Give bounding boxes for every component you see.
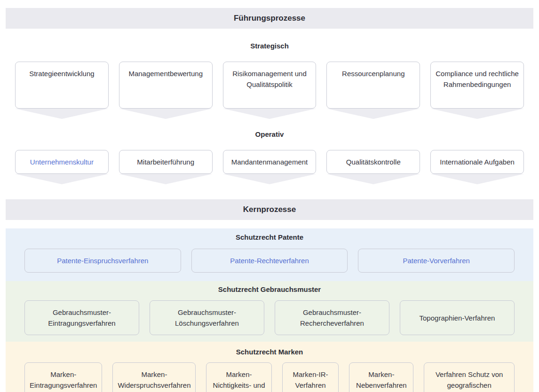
down-arrow-icon <box>430 174 524 184</box>
kernprozesse-banner-label: Kernprozesse <box>243 205 296 214</box>
operativ-box-row: Unternehmenskultur Mitarbeiterführung Ma… <box>6 150 533 174</box>
section-schutzrecht-gebrauchsmuster: Schutzrecht Gebrauchsmuster Gebrauchsmus… <box>6 281 533 342</box>
down-arrow-icon <box>119 109 213 119</box>
process-box-compliance: Compliance und rechtliche Rahmenbedingun… <box>430 62 524 109</box>
process-box-marken-widerspruchsverfahren: Marken-Widerspruchsverfahren <box>112 362 196 392</box>
process-box-label: Patente-Vorverfahren <box>403 255 470 266</box>
gebrauchsmuster-heading: Schutzrecht Gebrauchsmuster <box>15 285 524 294</box>
process-map-page: Führungsprozesse Strategisch Strategieen… <box>0 0 539 392</box>
chevron-cell <box>15 109 109 119</box>
section-schutzrecht-marken: Schutzrecht Marken Marken-Eintragungsver… <box>6 342 533 392</box>
process-box-label: Mandantenmanagement <box>231 157 308 167</box>
process-box-internationale-aufgaben: Internationale Aufgaben <box>430 150 524 174</box>
process-box-label: Managementbewertung <box>128 68 203 79</box>
process-box-marken-nebenverfahren: Marken-Nebenverfahren <box>349 362 413 392</box>
chevron-cell <box>15 174 109 184</box>
process-box-label: Verfahren Schutz von geografischen <box>429 369 509 391</box>
down-arrow-icon <box>326 109 420 119</box>
process-box-label: Risikomanagement und Qualitätspolitik <box>228 68 311 90</box>
process-box-marken-ir-verfahren: Marken-IR-Verfahren <box>282 362 339 392</box>
operativ-chevron-row <box>6 174 533 184</box>
strategisch-box-row: Strategieentwicklung Managementbewertung… <box>6 62 533 109</box>
process-box-label: Strategieentwicklung <box>29 68 94 79</box>
process-box-label: Gebrauchsmuster-Eintragungsverfahren <box>30 307 134 329</box>
chevron-cell <box>326 174 420 184</box>
process-box-patente-einspruchsverfahren[interactable]: Patente-Einspruchsverfahren <box>24 249 181 273</box>
kernprozesse-banner: Kernprozesse <box>6 199 533 220</box>
process-box-qualitaetskontrolle: Qualitätskontrolle <box>326 150 420 174</box>
process-box-topographien-verfahren: Topographien-Verfahren <box>400 300 515 335</box>
process-box-label: Unternehmenskultur <box>30 157 94 167</box>
process-box-unternehmenskultur[interactable]: Unternehmenskultur <box>15 150 109 174</box>
process-box-mandantenmanagement: Mandantenmanagement <box>223 150 317 174</box>
strategisch-chevron-row <box>6 109 533 119</box>
strategisch-heading: Strategisch <box>6 42 533 50</box>
process-box-label: Marken-Widerspruchsverfahren <box>118 369 190 391</box>
process-box-mitarbeiterfuehrung: Mitarbeiterführung <box>119 150 213 174</box>
down-arrow-icon <box>223 109 317 119</box>
chevron-cell <box>326 109 420 119</box>
down-arrow-icon <box>430 109 524 119</box>
process-box-label: Marken-Eintragungsverfahren <box>30 369 97 391</box>
chevron-cell <box>119 109 213 119</box>
chevron-cell <box>430 109 524 119</box>
process-box-verfahren-schutz-geografische: Verfahren Schutz von geografischen <box>424 362 515 392</box>
process-box-risikomanagement: Risikomanagement und Qualitätspolitik <box>223 62 317 109</box>
process-box-label: Marken-Nebenverfahren <box>354 369 408 391</box>
patente-box-row: Patente-Einspruchsverfahren Patente-Rech… <box>15 249 524 273</box>
down-arrow-icon <box>119 174 213 184</box>
down-arrow-icon <box>223 174 317 184</box>
process-box-label: Ressourcenplanung <box>342 68 404 79</box>
process-box-strategieentwicklung: Strategieentwicklung <box>15 62 109 109</box>
down-arrow-icon <box>15 174 109 184</box>
down-arrow-icon <box>15 109 109 119</box>
process-box-label: Gebrauchsmuster-Rechercheverfahren <box>280 307 384 329</box>
process-box-label: Mitarbeiterführung <box>137 157 194 167</box>
fuehrungsprozesse-banner-label: Führungsprozesse <box>234 14 305 23</box>
process-box-ressourcenplanung: Ressourcenplanung <box>326 62 420 109</box>
process-box-patente-vorverfahren[interactable]: Patente-Vorverfahren <box>358 249 515 273</box>
process-box-gebrauchsmuster-rechercheverfahren: Gebrauchsmuster-Rechercheverfahren <box>275 300 389 335</box>
fuehrungsprozesse-banner: Führungsprozesse <box>6 8 533 29</box>
process-box-gebrauchsmuster-eintragungsverfahren: Gebrauchsmuster-Eintragungsverfahren <box>24 300 139 335</box>
process-box-label: Topographien-Verfahren <box>420 313 495 323</box>
section-schutzrecht-patente: Schutzrecht Patente Patente-Einspruchsve… <box>6 228 533 281</box>
patente-heading: Schutzrecht Patente <box>15 233 524 242</box>
gebrauchsmuster-box-row: Gebrauchsmuster-Eintragungsverfahren Geb… <box>15 300 524 335</box>
process-box-label: Compliance und rechtliche Rahmenbedingun… <box>436 68 519 90</box>
process-box-marken-nichtigkeitsverfahren: Marken-Nichtigkeits- und <box>206 362 271 392</box>
down-arrow-icon <box>326 174 420 184</box>
process-box-label: Internationale Aufgaben <box>440 157 514 167</box>
operativ-heading: Operativ <box>6 130 533 139</box>
marken-box-row: Marken-Eintragungsverfahren Marken-Wider… <box>15 362 524 392</box>
process-box-patente-rechteverfahren[interactable]: Patente-Rechteverfahren <box>191 249 348 273</box>
chevron-cell <box>223 109 317 119</box>
process-box-label: Gebrauchsmuster-Löschungsverfahren <box>155 307 259 329</box>
process-box-label: Patente-Einspruchsverfahren <box>57 255 148 266</box>
marken-heading: Schutzrecht Marken <box>15 348 524 356</box>
chevron-cell <box>119 174 213 184</box>
process-box-label: Marken-Nichtigkeits- und <box>211 369 266 391</box>
process-box-label: Marken-IR-Verfahren <box>287 369 334 391</box>
process-box-managementbewertung: Managementbewertung <box>119 62 213 109</box>
chevron-cell <box>223 174 317 184</box>
process-box-label: Patente-Rechteverfahren <box>230 255 309 266</box>
process-box-label: Qualitätskontrolle <box>346 157 401 167</box>
chevron-cell <box>430 174 524 184</box>
process-box-marken-eintragungsverfahren: Marken-Eintragungsverfahren <box>24 362 102 392</box>
process-box-gebrauchsmuster-loeschungsverfahren: Gebrauchsmuster-Löschungsverfahren <box>150 300 264 335</box>
